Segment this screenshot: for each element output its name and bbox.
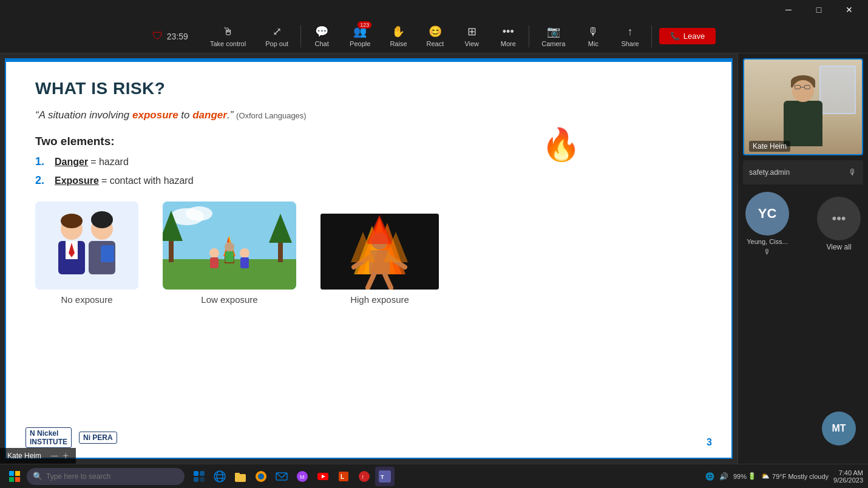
svg-text:T: T (381, 474, 384, 480)
element1-label: Danger (55, 157, 88, 168)
slide-element-1: 1. Danger = hazard (35, 155, 702, 168)
element2-num: 2. (35, 174, 55, 187)
share-button[interactable]: ↑ Share (611, 19, 648, 53)
leave-phone-icon: 📞 (670, 32, 680, 41)
quote-danger: danger (192, 109, 227, 121)
take-control-button[interactable]: 🖱 Take control (200, 19, 256, 53)
taskbar-app-messenger[interactable]: M (293, 467, 312, 486)
participant1-name: Yeung, Ciss... (747, 238, 787, 245)
view-icon: ⊞ (467, 25, 476, 38)
more-icon: ••• (503, 25, 514, 38)
toolbar: 🛡 23:59 🖱 Take control ⤢ Pop out 💬 Chat … (0, 19, 868, 53)
presenter-label-bar: Kate Heim ─ + (0, 448, 76, 464)
slide-frame: WHAT IS RISK? “A situation involving exp… (5, 58, 733, 459)
svg-text:M: M (300, 474, 305, 480)
chat-icon: 💬 (315, 25, 328, 38)
quote-source: (Oxford Languages) (236, 111, 307, 120)
safety-admin-name: safety.admin (749, 168, 844, 177)
raise-button[interactable]: ✋ Raise (380, 19, 416, 53)
taskbar-search-bar[interactable]: 🔍 (27, 468, 185, 485)
share-icon: ↑ (628, 25, 633, 38)
mic-button[interactable]: 🎙 Mic (575, 19, 611, 53)
tray-volume-icon: 🔊 (719, 472, 728, 481)
taskbar-app-firefox[interactable] (251, 467, 271, 486)
taskbar-app-security[interactable]: ! (354, 467, 374, 486)
chat-label: Chat (314, 40, 328, 47)
presenter-plus-btn[interactable]: + (63, 450, 68, 461)
clock-time: 7:40 AM (839, 469, 863, 476)
toolbar-divider-3 (651, 25, 652, 47)
windows-start-button[interactable] (5, 467, 24, 486)
maximize-button[interactable]: □ (805, 0, 833, 19)
glasses-left (795, 85, 801, 89)
element1-desc: = hazard (90, 157, 129, 168)
low-exposure-box: Low exposure (163, 202, 296, 305)
svg-point-26 (225, 242, 234, 252)
close-button[interactable]: ✕ (835, 0, 863, 19)
pop-out-label: Pop out (265, 40, 288, 47)
react-icon: 😊 (429, 25, 442, 38)
view-label: View (464, 40, 479, 47)
slide-elements-title: Two elements: (35, 135, 702, 148)
take-control-label: Take control (210, 40, 246, 47)
taskbar-app-browser[interactable] (210, 467, 229, 486)
element2-desc: = contact with hazard (101, 175, 194, 186)
taskbar-apps: M L ! T (189, 467, 395, 486)
nipera-logo: Ni PERA (79, 432, 117, 444)
view-all-button[interactable]: View all (826, 243, 851, 251)
nickel-logo: N NickelINSTITUTE (25, 427, 72, 448)
weather-widget: ⛅ 79°F Mostly cloudy (761, 472, 829, 480)
element2-label: Exposure (55, 175, 99, 186)
taskbar-app-email[interactable] (272, 467, 291, 486)
raise-icon: ✋ (392, 25, 405, 38)
people-button[interactable]: 👥 123 People (340, 19, 380, 53)
chat-button[interactable]: 💬 Chat (303, 19, 340, 53)
svg-rect-23 (210, 257, 219, 268)
presenter-minus-btn[interactable]: ─ (51, 450, 58, 461)
view-all-col[interactable]: ••• View all (817, 197, 861, 251)
svg-point-51 (217, 471, 223, 482)
toolbar-divider-1 (300, 25, 301, 47)
titlebar: ─ □ ✕ (0, 0, 868, 19)
clock-widget: 7:40 AM 9/26/2023 (833, 469, 863, 484)
slide-title: WHAT IS RISK? (35, 79, 702, 98)
more-participants-button[interactable]: ••• (817, 197, 861, 240)
svg-rect-44 (9, 477, 14, 482)
tray-network-icon: 🌐 (705, 472, 714, 481)
taskbar-search-icon: 🔍 (33, 472, 42, 481)
more-button[interactable]: ••• More (490, 19, 526, 53)
taskbar-app-youtube[interactable] (313, 467, 333, 486)
slide-page-number: 3 (707, 437, 712, 448)
glasses-bridge (801, 87, 804, 87)
taskbar-app-teams[interactable]: T (375, 467, 395, 486)
taskbar-app-office[interactable]: L (334, 467, 353, 486)
safety-admin-bar: safety.admin 🎙 (743, 160, 863, 185)
participants-row: YC Yeung, Ciss... 🎙 ••• View all (743, 189, 863, 259)
minimize-button[interactable]: ─ (775, 0, 802, 19)
slide-quote: “A situation involving exposure to dange… (35, 109, 702, 121)
call-timer: 23:59 (167, 32, 188, 41)
no-exposure-box: No exposure (35, 202, 138, 305)
slide-logos: N NickelINSTITUTE Ni PERA (25, 427, 117, 448)
react-button[interactable]: 😊 React (417, 19, 454, 53)
pop-out-button[interactable]: ⤢ Pop out (256, 19, 298, 53)
sidebar: Kate Heim safety.admin 🎙 YC Yeung, Ciss.… (737, 53, 868, 464)
taskbar-search-input[interactable] (46, 472, 178, 481)
battery-indicator: 99% 🔋 (733, 472, 756, 480)
view-button[interactable]: ⊞ View (453, 19, 490, 53)
svg-rect-13 (163, 259, 296, 290)
leave-button[interactable]: 📞 Leave (659, 28, 716, 44)
presenter-body (784, 101, 822, 146)
quote-exposure: exposure (132, 109, 178, 121)
svg-rect-25 (240, 257, 249, 268)
high-exposure-caption: High exposure (350, 294, 409, 305)
toolbar-divider-2 (529, 25, 529, 47)
people-icon: 👥 123 (353, 25, 367, 38)
low-exposure-caption: Low exposure (201, 294, 257, 305)
taskbar-app-explorer[interactable] (231, 467, 250, 486)
mt-avatar: MT (822, 412, 856, 446)
camera-button[interactable]: 📷 Camera (532, 19, 575, 53)
low-exposure-image (163, 202, 296, 290)
taskbar-app-widgets[interactable] (189, 467, 209, 486)
leave-label: Leave (683, 32, 705, 41)
